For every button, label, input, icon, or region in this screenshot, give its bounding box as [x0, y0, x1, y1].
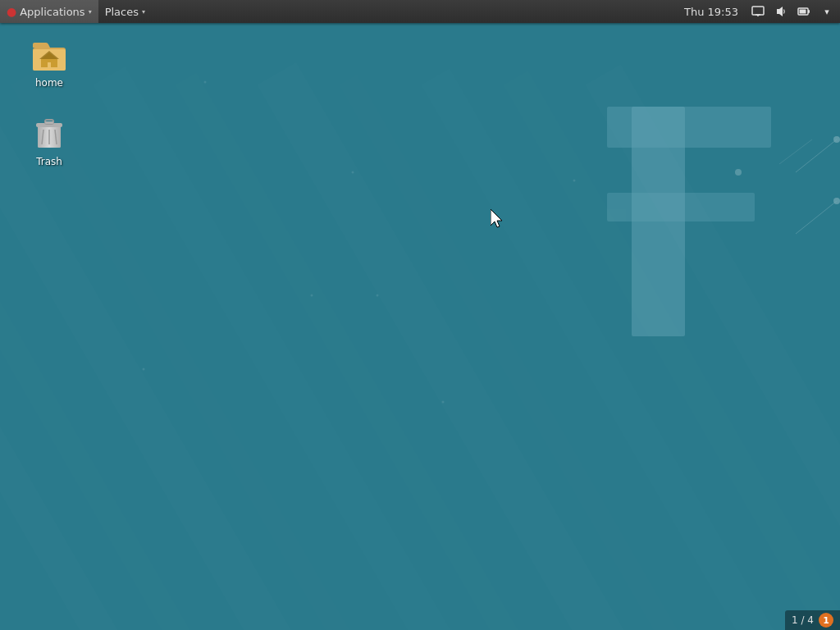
svg-line-15: [796, 139, 837, 172]
trash-label: Trash: [36, 156, 62, 169]
svg-rect-9: [421, 69, 819, 630]
svg-rect-34: [800, 10, 806, 14]
volume-button[interactable]: [771, 2, 791, 21]
applications-arrow-icon: ▾: [89, 8, 92, 16]
svg-rect-11: [585, 65, 840, 630]
svg-point-23: [311, 294, 313, 297]
svg-rect-33: [808, 10, 810, 13]
svg-point-26: [442, 401, 445, 404]
mouse-cursor: [491, 209, 507, 231]
screen-button[interactable]: [748, 2, 768, 21]
applications-menu[interactable]: ● Applications ▾: [0, 0, 98, 23]
workspace-indicator[interactable]: 1 / 4 1: [785, 610, 840, 630]
desktop-icons: home: [16, 31, 82, 171]
battery-button[interactable]: [794, 2, 814, 21]
svg-rect-46: [45, 121, 53, 124]
clock: Thu 19:53: [678, 6, 745, 18]
places-label: Places: [105, 6, 139, 18]
svg-rect-12: [632, 107, 685, 336]
home-label: home: [35, 77, 63, 90]
trash-icon[interactable]: Trash: [16, 110, 82, 172]
svg-point-19: [735, 169, 742, 176]
volume-icon: [774, 5, 788, 18]
svg-marker-31: [777, 7, 783, 16]
top-panel: ● Applications ▾ Places ▾ Thu 19:53: [0, 0, 840, 23]
system-menu-arrow-icon: ▾: [824, 7, 829, 17]
svg-rect-8: [339, 75, 726, 630]
battery-icon: [797, 5, 810, 18]
svg-point-27: [573, 180, 576, 182]
home-icon[interactable]: home: [16, 31, 82, 94]
home-folder-icon: [30, 34, 69, 74]
svg-line-16: [796, 201, 837, 234]
svg-rect-10: [503, 71, 840, 630]
workspace-badge: 1: [819, 613, 833, 628]
svg-line-20: [779, 139, 812, 164]
panel-left: ● Applications ▾ Places ▾: [0, 0, 678, 23]
applications-label: Applications: [20, 6, 84, 18]
screen-icon: [751, 5, 765, 18]
svg-point-17: [833, 136, 840, 143]
svg-point-24: [143, 368, 145, 371]
svg-rect-13: [607, 107, 771, 148]
svg-rect-7: [257, 62, 665, 630]
svg-rect-0: [0, 0, 840, 630]
svg-point-25: [377, 294, 379, 297]
panel-right: Thu 19:53: [678, 2, 840, 21]
places-arrow-icon: ▾: [142, 8, 145, 16]
svg-point-21: [204, 81, 207, 84]
svg-rect-14: [607, 193, 755, 221]
system-menu-button[interactable]: ▾: [817, 2, 837, 21]
workspace-text: 1 / 4: [792, 614, 814, 626]
svg-point-18: [833, 198, 840, 204]
trash-folder-icon: [30, 113, 69, 153]
svg-rect-5: [93, 66, 494, 630]
places-menu[interactable]: Places ▾: [98, 0, 152, 23]
svg-marker-47: [491, 209, 502, 227]
svg-rect-6: [175, 73, 565, 630]
svg-point-22: [352, 171, 354, 174]
fedora-icon: ●: [7, 5, 16, 18]
svg-rect-28: [752, 7, 764, 15]
